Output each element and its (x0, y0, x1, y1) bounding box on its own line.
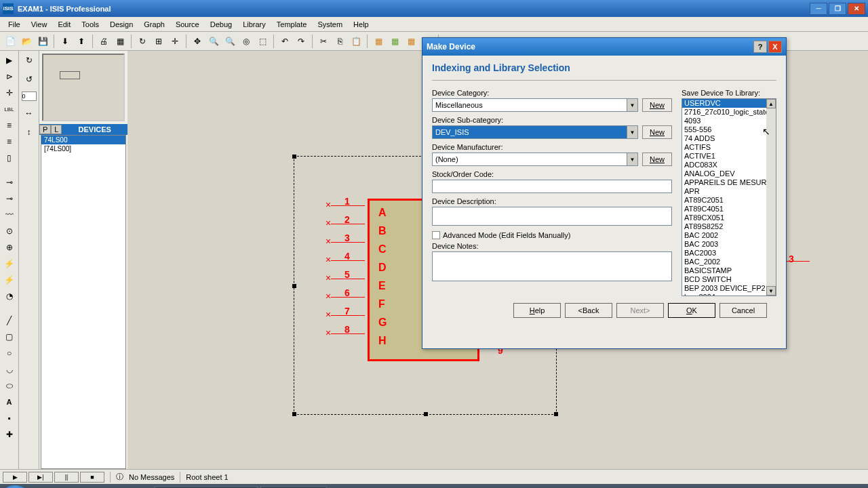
zoom-all-icon[interactable]: ◎ (239, 34, 254, 49)
zoom-area-icon[interactable]: ⬚ (255, 34, 270, 49)
circle-icon[interactable]: ○ (3, 346, 16, 360)
pin-icon[interactable]: ⊸ (3, 192, 16, 205)
origin-icon[interactable]: ✛ (167, 34, 182, 49)
arc-icon[interactable]: ◡ (3, 363, 16, 376)
pan-icon[interactable]: ✥ (190, 34, 205, 49)
terminal-icon[interactable]: ⊸ (3, 176, 16, 189)
undo-icon[interactable]: ↶ (277, 34, 292, 49)
open-file-icon[interactable]: 📂 (19, 34, 34, 49)
new-category-button[interactable]: New (642, 98, 672, 112)
list-item[interactable]: ACTIVE1 (682, 152, 776, 161)
flip-h-icon[interactable]: ↔ (22, 106, 36, 120)
print-icon[interactable]: 🖨 (96, 34, 111, 49)
text2d-icon[interactable]: A (3, 395, 16, 409)
list-item[interactable]: 4093 (682, 117, 776, 125)
device-list[interactable]: 74LS00 [74LS00] (41, 135, 126, 469)
flip-v-icon[interactable]: ↕ (22, 125, 36, 139)
list-item[interactable]: ANALOG_DEV (682, 169, 776, 178)
text-script-icon[interactable]: ≡ (3, 119, 16, 132)
symbol-icon[interactable]: ▪ (3, 411, 16, 425)
category-combo[interactable]: Miscellaneous ▼ (432, 98, 638, 112)
menu-design[interactable]: Design (104, 19, 138, 30)
maximize-button[interactable]: ❐ (829, 3, 846, 15)
rotate-ccw-icon[interactable]: ↺ (22, 73, 36, 86)
list-item[interactable]: AT89C4051 (682, 205, 776, 214)
angle-input[interactable] (22, 92, 37, 101)
menu-debug[interactable]: Debug (205, 19, 237, 30)
chevron-down-icon[interactable]: ▼ (627, 99, 637, 111)
stock-input[interactable] (432, 180, 672, 193)
list-item[interactable]: BAC 2003 (682, 240, 776, 249)
dialog-close-button[interactable]: X (768, 41, 782, 53)
marker-icon[interactable]: ✚ (3, 428, 16, 441)
label-icon[interactable]: LBL (3, 102, 16, 116)
play-button[interactable]: ▶ (3, 472, 27, 483)
tab-l[interactable]: L (51, 125, 62, 134)
list-item[interactable]: AT89CX051 (682, 214, 776, 222)
tab-p[interactable]: P (39, 125, 51, 134)
list-item[interactable]: ADC083X (682, 161, 776, 169)
list-item[interactable]: AT89S8252 (682, 222, 776, 231)
new-file-icon[interactable]: 📄 (3, 34, 18, 49)
step-button[interactable]: ▶| (28, 472, 53, 483)
box-icon[interactable]: ▢ (3, 330, 16, 344)
list-item[interactable]: 74LS00 (41, 136, 125, 144)
path-icon[interactable]: ⬭ (3, 379, 16, 392)
menu-tools[interactable]: Tools (76, 19, 104, 30)
select-icon[interactable]: ▶ (3, 54, 16, 67)
menu-view[interactable]: View (26, 19, 53, 30)
save-icon[interactable]: 💾 (35, 34, 50, 49)
copy-icon[interactable]: ⎘ (332, 34, 347, 49)
menu-library[interactable]: Library (237, 19, 271, 30)
list-item[interactable]: BAC_2002 (682, 258, 776, 266)
scroll-up-icon[interactable]: ▲ (766, 99, 776, 108)
dialog-titlebar[interactable]: Make Device ? X (422, 38, 786, 56)
generator-icon[interactable]: ⊕ (3, 241, 16, 254)
list-item[interactable]: 74 ADDS (682, 134, 776, 143)
tape-icon[interactable]: ⊙ (3, 224, 16, 238)
library-list[interactable]: USERDVC 2716_27c010_logic_state 4093 555… (682, 98, 776, 296)
list-item[interactable]: 2716_27c010_logic_state (682, 108, 776, 117)
dialog-help-button[interactable]: ? (753, 41, 767, 53)
list-item[interactable]: BCD SWITCH (682, 275, 776, 284)
line-icon[interactable]: ╱ (3, 314, 16, 327)
junction-icon[interactable]: ✛ (3, 86, 16, 100)
refresh-icon[interactable]: ↻ (135, 34, 150, 49)
advanced-checkbox[interactable] (432, 231, 440, 239)
start-button[interactable]: ⊞ (3, 485, 27, 488)
list-item[interactable]: 555-556 (682, 125, 776, 134)
zoom-out-icon[interactable]: 🔍 (222, 34, 237, 49)
menu-source[interactable]: Source (170, 19, 205, 30)
overview-window[interactable] (42, 54, 125, 121)
ok-button[interactable]: OK (668, 303, 715, 318)
region-icon[interactable]: ▦ (113, 34, 127, 49)
help-button[interactable]: Help (513, 303, 561, 318)
menu-file[interactable]: File (3, 19, 26, 30)
cut-icon[interactable]: ✂ (316, 34, 331, 49)
list-item[interactable]: ACTIFS (682, 143, 776, 152)
graph-icon[interactable]: 〰 (3, 208, 16, 222)
redo-icon[interactable]: ↷ (294, 34, 309, 49)
rotate-cw-icon[interactable]: ↻ (22, 54, 36, 67)
scrollbar[interactable]: ▲ ▼ (766, 99, 776, 296)
block3-icon[interactable]: ▦ (403, 34, 418, 49)
chevron-down-icon[interactable]: ▼ (627, 153, 637, 165)
menu-help[interactable]: Help (348, 19, 374, 30)
scroll-down-icon[interactable]: ▼ (766, 286, 776, 296)
menu-system[interactable]: System (312, 19, 348, 30)
list-item[interactable]: APPAREILS DE MESURE (682, 178, 776, 187)
list-item[interactable]: BASICSTAMP (682, 266, 776, 275)
export-icon[interactable]: ⬆ (74, 34, 89, 49)
subcategory-combo[interactable]: DEV_ISIS ▼ (432, 125, 638, 139)
zoom-in-icon[interactable]: 🔍 (206, 34, 221, 49)
probe-v-icon[interactable]: ⚡ (3, 257, 16, 270)
probe-i-icon[interactable]: ⚡ (3, 273, 16, 287)
menu-edit[interactable]: Edit (52, 19, 76, 30)
list-item[interactable]: AT89C2051 (682, 196, 776, 205)
description-input[interactable] (432, 207, 672, 226)
new-manufacturer-button[interactable]: New (642, 152, 672, 166)
back-button[interactable]: <Back (565, 303, 612, 318)
list-item[interactable]: APR (682, 187, 776, 196)
import-icon[interactable]: ⬇ (58, 34, 73, 49)
list-item[interactable]: USERDVC (682, 99, 776, 108)
